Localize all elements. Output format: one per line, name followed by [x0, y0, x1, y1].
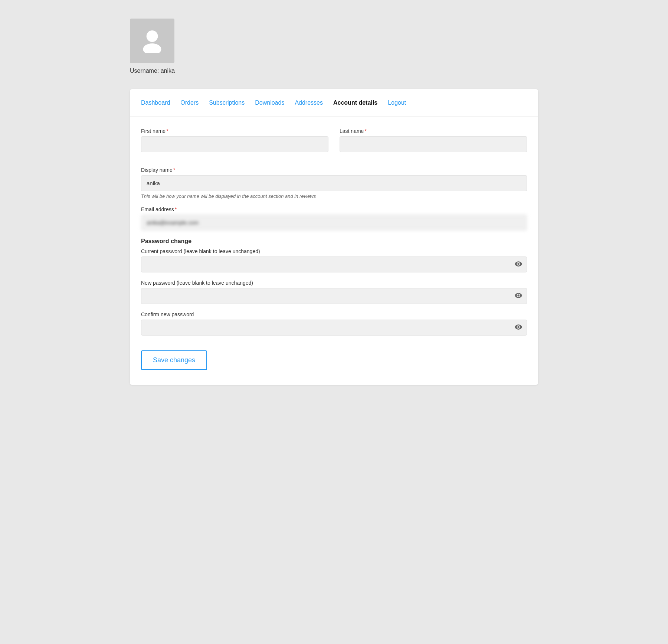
new-password-eye-icon[interactable] [514, 291, 523, 301]
confirm-password-label: Confirm new password [141, 311, 527, 317]
tab-addresses[interactable]: Addresses [290, 98, 327, 108]
main-card: Dashboard Orders Subscriptions Downloads… [130, 89, 538, 385]
svg-point-0 [147, 30, 158, 42]
svg-point-1 [143, 43, 161, 53]
current-password-eye-icon[interactable] [514, 260, 523, 269]
tab-account-details[interactable]: Account details [329, 98, 382, 108]
user-header: Username: anika [130, 15, 538, 78]
email-required: * [175, 206, 177, 212]
new-password-label: New password (leave blank to leave uncha… [141, 280, 527, 286]
first-name-label: First name* [141, 128, 328, 134]
password-change-title: Password change [141, 238, 527, 245]
page-wrapper: Username: anika Dashboard Orders Subscri… [130, 15, 538, 385]
current-password-group: Current password (leave blank to leave u… [141, 248, 527, 272]
current-password-input[interactable] [141, 256, 527, 272]
email-group: Email address* [141, 206, 527, 231]
new-password-wrapper [141, 288, 527, 304]
user-avatar-icon [139, 27, 165, 55]
confirm-password-eye-icon[interactable] [514, 323, 523, 333]
last-name-required: * [364, 128, 366, 134]
email-input[interactable] [141, 215, 527, 231]
tab-orders[interactable]: Orders [176, 98, 203, 108]
username-display: Username: anika [130, 68, 538, 74]
last-name-group: Last name* [340, 128, 527, 152]
save-button[interactable]: Save changes [141, 350, 207, 370]
tab-logout[interactable]: Logout [383, 98, 410, 108]
display-name-hint: This will be how your name will be displ… [141, 193, 527, 199]
new-password-group: New password (leave blank to leave uncha… [141, 280, 527, 304]
confirm-password-wrapper [141, 320, 527, 336]
current-password-wrapper [141, 256, 527, 272]
email-label: Email address* [141, 206, 527, 212]
tab-subscriptions[interactable]: Subscriptions [204, 98, 249, 108]
display-name-input[interactable] [141, 175, 527, 191]
avatar [130, 19, 174, 63]
display-name-label: Display name* [141, 167, 527, 173]
confirm-password-input[interactable] [141, 320, 527, 336]
tab-dashboard[interactable]: Dashboard [141, 98, 174, 108]
first-name-input[interactable] [141, 136, 328, 152]
confirm-password-group: Confirm new password [141, 311, 527, 336]
tab-downloads[interactable]: Downloads [250, 98, 289, 108]
form-section: First name* Last name* Display name* Th [130, 117, 538, 385]
new-password-input[interactable] [141, 288, 527, 304]
name-row: First name* Last name* [141, 128, 527, 160]
nav-tabs: Dashboard Orders Subscriptions Downloads… [130, 89, 538, 117]
current-password-label: Current password (leave blank to leave u… [141, 248, 527, 254]
first-name-group: First name* [141, 128, 328, 152]
display-name-group: Display name* This will be how your name… [141, 167, 527, 199]
last-name-label: Last name* [340, 128, 527, 134]
last-name-input[interactable] [340, 136, 527, 152]
display-name-required: * [173, 167, 175, 173]
first-name-required: * [166, 128, 168, 134]
